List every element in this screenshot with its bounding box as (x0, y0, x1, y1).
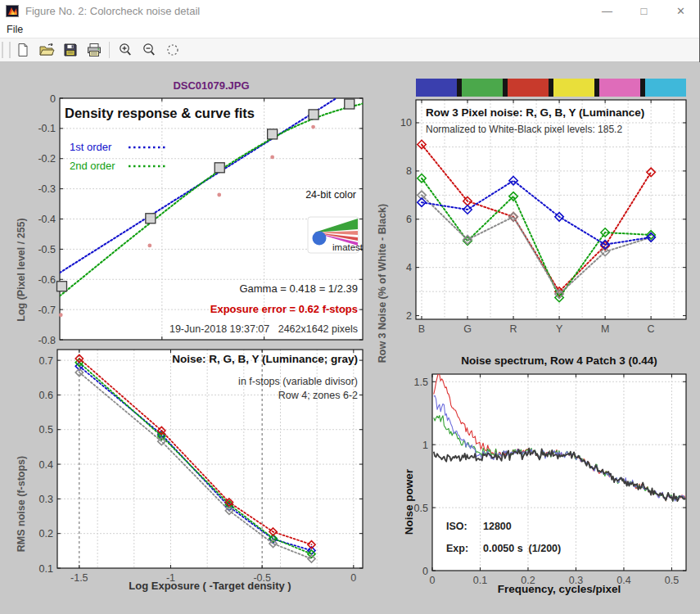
save-icon (62, 42, 79, 58)
square-marker (268, 129, 278, 139)
zoom-in-icon (117, 42, 133, 58)
y-axis-label: Row 3 Noise (% of White - Black) (377, 204, 388, 363)
y-tick-label: -0.1 (38, 123, 56, 134)
y-tick-label: 6 (406, 214, 412, 225)
dot-marker (147, 244, 151, 248)
annotation-gamma: Gamma = 0.418 = 1/2.39 (239, 282, 358, 295)
annotation-exposure-error: Exposure error = 0.62 f-stops (210, 303, 358, 315)
square-marker (215, 163, 224, 173)
annotation-timestamp-resolution: 19-Jun-2018 19:37:07 2462x1642 pixels (169, 323, 358, 335)
print-icon (86, 42, 102, 58)
y-tick-label: 1.5 (414, 377, 428, 388)
figure-window: Figure No. 2: Colorcheck noise detail — … (0, 0, 700, 614)
toolbar-separator (109, 42, 110, 58)
title-bar: Figure No. 2: Colorcheck noise detail — … (0, 0, 699, 21)
chart-density-response: DSC01079.JPG0-0.1-0.2-0.3-0.4-0.5-0.6-0.… (16, 79, 364, 346)
close-button[interactable]: ✕ (662, 0, 699, 21)
y-tick-label: -0.4 (38, 214, 56, 225)
square-marker (345, 99, 355, 109)
x-tick-label: M (601, 323, 609, 335)
legend-label: 2nd order (70, 160, 115, 172)
y-tick-label: 0.6 (39, 390, 53, 401)
y-tick-label: -0.8 (38, 335, 56, 346)
chart-figure-title: DSC01079.JPG (173, 79, 249, 92)
color-swatch (645, 79, 686, 97)
y-tick-label: 0.3 (39, 494, 53, 505)
y-axis-label: RMS noise (f-stops) (16, 456, 27, 552)
y-tick-label: 0.7 (39, 355, 53, 367)
print-button[interactable] (82, 40, 106, 60)
x-tick-label: R (510, 323, 517, 335)
square-marker (56, 282, 66, 291)
chart-title: Noise spectrum, Row 4 Patch 3 (0.44) (461, 354, 657, 367)
y-tick-label: 0 (50, 93, 56, 105)
toolbar-grip[interactable] (2, 42, 11, 58)
window-controls: — □ ✕ (589, 0, 699, 21)
x-tick-label: -1.5 (70, 572, 88, 584)
color-swatch (416, 79, 457, 97)
x-tick-label: 0 (350, 572, 356, 584)
chart-rms-noise: 0.10.20.30.40.50.60.7-1.5-1-0.50Noise: R… (16, 350, 363, 592)
y-tick-label: -0.6 (38, 274, 56, 286)
legend-label: 1st order (70, 141, 112, 153)
y-axis-label: Noise power (403, 468, 415, 535)
window-title: Figure No. 2: Colorcheck noise detail (25, 5, 200, 17)
chart-title: Density response & curve fits (65, 106, 255, 120)
x-axis-label: Log Exposure ( -Target density ) (129, 580, 291, 592)
rotate-3d-button[interactable] (160, 40, 184, 60)
y-tick-label: -0.5 (38, 244, 56, 255)
zoom-out-icon (141, 42, 157, 58)
zoom-in-button[interactable] (113, 40, 137, 60)
figure-canvas: DSC01079.JPG0-0.1-0.2-0.3-0.4-0.5-0.6-0.… (0, 62, 700, 614)
x-tick-label: 0.1 (473, 575, 487, 586)
new-document-button[interactable] (11, 40, 34, 60)
square-marker (309, 110, 318, 120)
chart-subtitle: Row 4; zones 6-2 (278, 390, 358, 401)
imatest-logo: imatest (308, 217, 364, 253)
y-tick-label: 0.5 (414, 503, 428, 514)
exposure-label: Exp: (446, 543, 468, 554)
y-tick-label: 1 (422, 440, 428, 451)
y-tick-label: 8 (406, 165, 412, 177)
chart-subtitle: in f-stops (variable divisor) (238, 376, 358, 387)
zoom-out-button[interactable] (137, 40, 160, 60)
y-tick-label: 2 (406, 310, 412, 322)
dot-marker (217, 193, 221, 197)
color-swatch (599, 79, 640, 97)
imatest-logo-text: imatest (332, 242, 364, 252)
color-swatch (462, 79, 503, 97)
x-tick-label: G (463, 323, 472, 335)
open-file-button[interactable] (34, 40, 58, 60)
x-tick-label: Y (556, 323, 563, 335)
x-tick-label: C (648, 323, 655, 335)
y-tick-label: 0.2 (39, 528, 53, 540)
save-button[interactable] (58, 40, 82, 60)
y-tick-label: 0.5 (39, 424, 53, 436)
dot-marker (59, 313, 63, 317)
color-swatch-strip (416, 79, 686, 97)
new-document-icon (15, 42, 31, 58)
chart-noise-spectrum: 00.511.500.10.20.30.40.5Noise spectrum, … (403, 354, 686, 595)
y-tick-label: 0.1 (39, 563, 53, 575)
color-swatch (508, 79, 549, 97)
iso-value: 12800 (483, 521, 512, 532)
color-swatch (553, 79, 594, 97)
x-tick-label: B (418, 323, 425, 335)
x-tick-label: 0 (430, 575, 436, 586)
rotate-3d-icon (165, 42, 181, 58)
annotation-bit-depth: 24-bit color (305, 189, 356, 201)
square-marker (146, 214, 156, 223)
y-tick-label: 4 (406, 262, 412, 273)
x-tick-label: 0.5 (665, 575, 679, 586)
x-axis-label: Frequency, cycles/pixel (498, 583, 621, 595)
minimize-button[interactable]: — (589, 0, 625, 21)
menu-file[interactable]: File (0, 23, 29, 36)
y-tick-label: 0 (422, 566, 428, 577)
y-tick-label: -0.3 (38, 183, 56, 195)
iso-label: ISO: (446, 521, 467, 532)
chart-subtitle: Normalized to White-Black pixel levels: … (426, 124, 622, 135)
chart-title: Noise: R, G, B, Y (Luminance; gray) (172, 353, 358, 365)
chart-title: Row 3 Pixel noise: R, G, B, Y (Luminance… (426, 106, 644, 119)
y-tick-label: -0.2 (38, 153, 56, 165)
maximize-button[interactable]: □ (625, 0, 662, 21)
